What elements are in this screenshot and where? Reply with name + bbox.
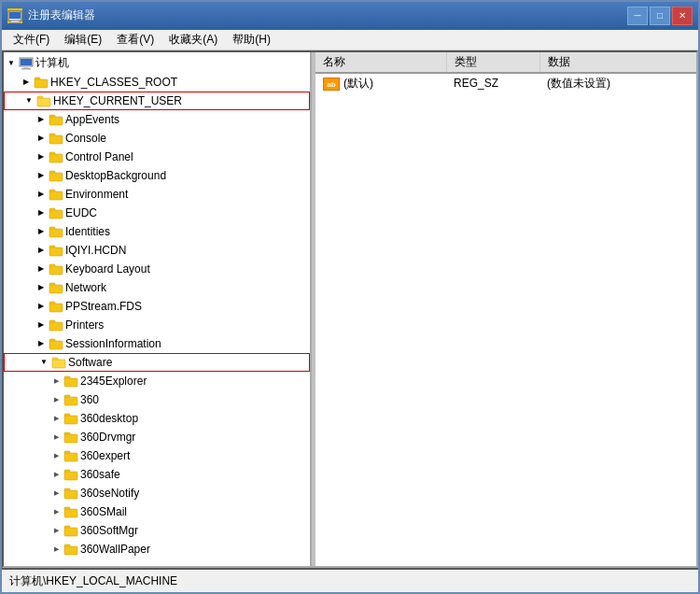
folder-closed-icon	[49, 225, 63, 238]
tree-item[interactable]: ▶Identities	[4, 222, 310, 241]
col-name[interactable]: 名称	[315, 52, 446, 73]
tree-item[interactable]: ▶2345Explorer	[4, 372, 310, 390]
tree-label: 2345Explorer	[80, 375, 147, 388]
tree-item[interactable]: ▶Network	[4, 278, 310, 297]
tree-item[interactable]: ▶Control Panel	[4, 148, 310, 166]
folder-closed-icon	[49, 169, 63, 182]
tree-item[interactable]: ▶AppEvents	[4, 110, 310, 129]
tree-item[interactable]: ▼计算机	[4, 54, 310, 73]
tree-item[interactable]: ▶Printers	[4, 316, 310, 334]
tree-item[interactable]: ▶360Drvmgr	[4, 428, 310, 446]
tree-item[interactable]: ▶360SoftMgr	[4, 521, 310, 540]
tree-item[interactable]: ▶IQIYI.HCDN	[4, 241, 310, 260]
reg-value-icon: ab	[323, 78, 340, 91]
svg-rect-9	[35, 79, 48, 88]
svg-rect-39	[52, 360, 65, 368]
tree-item[interactable]: ▶Console	[4, 129, 310, 148]
col-type[interactable]: 类型	[446, 52, 539, 73]
expand-button[interactable]: ▶	[49, 392, 63, 407]
svg-rect-41	[64, 378, 77, 387]
folder-open-icon	[51, 356, 66, 369]
status-path: 计算机\HKEY_LOCAL_MACHINE	[9, 573, 177, 589]
tree-item[interactable]: ▶360safe	[4, 465, 310, 484]
menu-item[interactable]: 收藏夹(A)	[161, 30, 225, 50]
expand-button[interactable]: ▶	[34, 243, 49, 258]
tree-label: 360SoftMgr	[80, 524, 138, 537]
folder-closed-icon	[49, 188, 63, 201]
menu-bar: 文件(F)编辑(E)查看(V)收藏夹(A)帮助(H)	[2, 30, 698, 50]
tree-item[interactable]: ▶DesktopBackground	[4, 166, 310, 185]
tree-item[interactable]: ▼HKEY_CURRENT_USER	[4, 92, 310, 110]
tree-label: Software	[68, 356, 112, 369]
folder-closed-icon	[49, 337, 63, 350]
expand-button[interactable]: ▶	[34, 318, 49, 332]
expand-button[interactable]: ▶	[49, 486, 63, 501]
maximize-button[interactable]: □	[650, 7, 670, 25]
expand-button[interactable]: ▼	[4, 56, 19, 71]
expand-button[interactable]: ▶	[34, 280, 49, 295]
col-data[interactable]: 数据	[539, 52, 696, 73]
tree-item[interactable]: ▼Software	[4, 353, 310, 372]
expand-button[interactable]: ▶	[49, 504, 63, 519]
table-header: 名称 类型 数据	[315, 52, 696, 73]
menu-item[interactable]: 编辑(E)	[57, 30, 109, 50]
expand-button[interactable]: ▼	[36, 355, 51, 370]
expand-button[interactable]: ▶	[34, 131, 49, 146]
tree-item[interactable]: ▶360SMail	[4, 502, 310, 521]
expand-button[interactable]: ▶	[49, 430, 63, 445]
folder-closed-icon	[63, 543, 78, 556]
tree-item[interactable]: ▶360seNotify	[4, 484, 310, 502]
expand-button[interactable]: ▶	[49, 523, 63, 538]
expand-button[interactable]: ▶	[34, 187, 49, 202]
expand-button[interactable]: ▶	[49, 411, 63, 426]
tree-item[interactable]: ▶Keyboard Layout	[4, 260, 310, 278]
expand-button[interactable]: ▶	[34, 336, 49, 351]
svg-rect-59	[64, 546, 77, 555]
tree-item[interactable]: ▶360	[4, 390, 310, 409]
menu-item[interactable]: 帮助(H)	[225, 30, 278, 50]
menu-item[interactable]: 查看(V)	[109, 30, 161, 50]
expand-button[interactable]: ▶	[49, 467, 63, 482]
expand-button[interactable]: ▶	[34, 205, 49, 220]
window-title: 注册表编辑器	[28, 7, 627, 23]
expand-button[interactable]: ▼	[21, 93, 36, 108]
folder-open-icon	[36, 94, 51, 107]
tree-label: EUDC	[65, 206, 97, 219]
tree-label: SessionInformation	[65, 337, 161, 350]
svg-rect-31	[49, 285, 63, 293]
tree-item[interactable]: ▶PPStream.FDS	[4, 297, 310, 316]
tree-item[interactable]: ▶360expert	[4, 446, 310, 465]
expand-button[interactable]: ▶	[34, 262, 49, 276]
title-bar: 注册表编辑器 ─ □ ✕	[2, 2, 698, 30]
folder-closed-icon	[49, 300, 63, 313]
tree-item[interactable]: ▶Environment	[4, 185, 310, 204]
tree-label: Console	[65, 132, 106, 145]
svg-rect-37	[49, 341, 63, 349]
tree-label: 360SMail	[80, 505, 127, 518]
folder-closed-icon	[63, 505, 78, 518]
tree-item[interactable]: ▶SessionInformation	[4, 334, 310, 353]
expand-button[interactable]: ▶	[49, 448, 63, 463]
tree-item[interactable]: ▶360WallPaper	[4, 540, 310, 559]
tree-item[interactable]: ▶HKEY_CLASSES_ROOT	[4, 73, 310, 92]
expand-button[interactable]: ▶	[34, 224, 49, 239]
expand-button[interactable]: ▶	[19, 75, 34, 90]
expand-button[interactable]: ▶	[34, 299, 49, 314]
tree-label: AppEvents	[65, 113, 119, 126]
tree-item[interactable]: ▶EUDC	[4, 204, 310, 222]
table-row[interactable]: ab(默认)REG_SZ(数值未设置)	[315, 73, 696, 93]
expand-button[interactable]: ▶	[49, 542, 63, 557]
menu-item[interactable]: 文件(F)	[6, 30, 57, 50]
close-button[interactable]: ✕	[672, 7, 693, 25]
tree-item[interactable]: ▶360desktop	[4, 409, 310, 428]
expand-button[interactable]: ▶	[34, 149, 49, 164]
tree-label: 360seNotify	[80, 487, 139, 500]
minimize-button[interactable]: ─	[627, 7, 648, 25]
folder-closed-icon	[63, 487, 78, 500]
tree-panel[interactable]: ▼计算机▶HKEY_CLASSES_ROOT▼HKEY_CURRENT_USER…	[4, 52, 312, 566]
expand-button[interactable]: ▶	[34, 168, 49, 183]
svg-rect-53	[64, 490, 77, 499]
expand-button[interactable]: ▶	[34, 112, 49, 127]
right-panel[interactable]: 名称 类型 数据 ab(默认)REG_SZ(数值未设置)	[315, 52, 696, 566]
expand-button[interactable]: ▶	[49, 374, 63, 389]
